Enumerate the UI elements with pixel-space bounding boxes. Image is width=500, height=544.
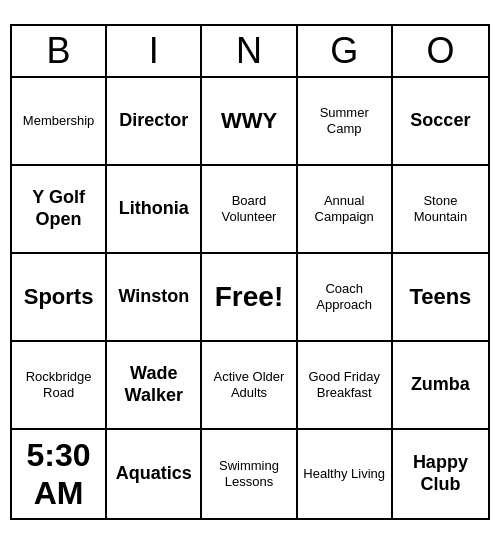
bingo-cell-2: WWY: [202, 78, 297, 166]
bingo-cell-14: Teens: [393, 254, 488, 342]
bingo-cell-19: Zumba: [393, 342, 488, 430]
bingo-cell-13: Coach Approach: [298, 254, 393, 342]
bingo-card: BINGO MembershipDirectorWWYSummer CampSo…: [10, 24, 490, 520]
header-letter-O: O: [393, 26, 488, 76]
bingo-cell-22: Swimming Lessons: [202, 430, 297, 518]
bingo-cell-8: Annual Campaign: [298, 166, 393, 254]
header-letter-I: I: [107, 26, 202, 76]
bingo-cell-12: Free!: [202, 254, 297, 342]
bingo-cell-16: Wade Walker: [107, 342, 202, 430]
bingo-cell-10: Sports: [12, 254, 107, 342]
bingo-cell-15: Rockbridge Road: [12, 342, 107, 430]
bingo-cell-20: 5:30 AM: [12, 430, 107, 518]
bingo-cell-18: Good Friday Breakfast: [298, 342, 393, 430]
bingo-cell-21: Aquatics: [107, 430, 202, 518]
bingo-cell-5: Y Golf Open: [12, 166, 107, 254]
bingo-cell-23: Healthy Living: [298, 430, 393, 518]
bingo-cell-3: Summer Camp: [298, 78, 393, 166]
header-letter-B: B: [12, 26, 107, 76]
bingo-cell-9: Stone Mountain: [393, 166, 488, 254]
bingo-cell-4: Soccer: [393, 78, 488, 166]
bingo-grid: MembershipDirectorWWYSummer CampSoccerY …: [12, 78, 488, 518]
bingo-cell-1: Director: [107, 78, 202, 166]
bingo-cell-7: Board Volunteer: [202, 166, 297, 254]
bingo-cell-6: Lithonia: [107, 166, 202, 254]
header-letter-G: G: [298, 26, 393, 76]
bingo-header: BINGO: [12, 26, 488, 78]
bingo-cell-11: Winston: [107, 254, 202, 342]
bingo-cell-0: Membership: [12, 78, 107, 166]
header-letter-N: N: [202, 26, 297, 76]
bingo-cell-24: Happy Club: [393, 430, 488, 518]
bingo-cell-17: Active Older Adults: [202, 342, 297, 430]
